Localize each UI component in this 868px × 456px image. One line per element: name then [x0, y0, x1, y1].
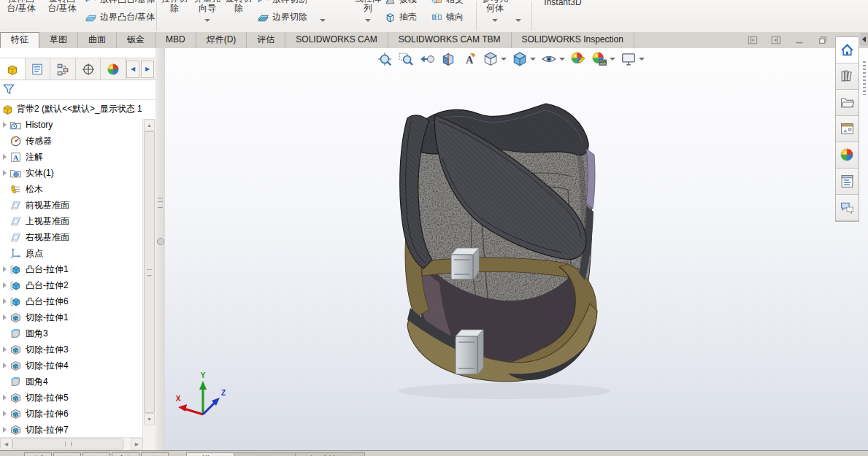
- panel-splitter[interactable]: [155, 48, 166, 450]
- previous-view-button[interactable]: [418, 50, 437, 68]
- tree-item[interactable]: 切除-拉伸5: [0, 390, 143, 406]
- tab-prev-button[interactable]: [53, 452, 81, 456]
- tree-item[interactable]: 前视基准面: [0, 197, 143, 213]
- tab-last-button[interactable]: [112, 452, 139, 456]
- view-orientation-button[interactable]: [481, 50, 508, 68]
- tab-特征[interactable]: 特征: [0, 32, 39, 48]
- dropdown-arrow-icon[interactable]: [501, 58, 507, 61]
- tree-item[interactable]: 切除-拉伸7: [0, 422, 143, 438]
- ribbon-row-button[interactable]: 边界切除: [257, 11, 307, 23]
- tab-SOLIDWORKS CAM[interactable]: SOLIDWORKS CAM: [285, 32, 388, 48]
- harness-3d-model[interactable]: [165, 48, 868, 450]
- tab-评估[interactable]: 评估: [247, 32, 285, 48]
- ribbon-row-button[interactable]: 抽壳: [384, 11, 417, 23]
- feature-tree-filter-bar[interactable]: [0, 79, 155, 100]
- panel-tab-fm-display[interactable]: [101, 58, 126, 80]
- expand-arrow-icon[interactable]: [0, 298, 9, 304]
- tab-list-button[interactable]: [141, 452, 169, 456]
- doc-tab-3D 视图[interactable]: 3D 视图: [234, 452, 296, 456]
- ribbon-button[interactable]: 相交镜向: [429, 0, 475, 32]
- expand-arrow-icon[interactable]: [0, 347, 9, 352]
- pane-right-button[interactable]: [770, 35, 782, 45]
- tab-MBD[interactable]: MBD: [155, 32, 196, 48]
- display-style-button[interactable]: [510, 50, 537, 68]
- splitter-collapse-button[interactable]: [157, 238, 164, 245]
- ribbon-button[interactable]: 拉伸凸台/基体: [1, 0, 41, 32]
- tree-item[interactable]: A注解: [0, 149, 143, 165]
- tree-item[interactable]: 切除-拉伸3: [0, 341, 143, 358]
- tree-item[interactable]: 右视基准面: [0, 229, 143, 245]
- tree-item[interactable]: 凸台-拉伸6: [0, 293, 143, 309]
- ribbon-button[interactable]: Instant3D: [537, 0, 588, 32]
- dropdown-arrow-icon[interactable]: [530, 58, 536, 61]
- doc-tab-模型[interactable]: 模型: [186, 452, 234, 456]
- filter-icon[interactable]: [2, 82, 15, 96]
- dropdown-arrow-icon[interactable]: [515, 19, 521, 22]
- taskpane-tab-design-library[interactable]: [836, 63, 859, 90]
- vertical-scroll-thumb[interactable]: [144, 131, 155, 413]
- zoom-area-button[interactable]: [396, 50, 415, 68]
- ribbon-button[interactable]: 旋转凸台/基体: [42, 0, 82, 32]
- ribbon-row-button[interactable]: 镜向: [431, 11, 464, 23]
- belt-buckle[interactable]: [456, 330, 483, 374]
- tree-horizontal-scrollbar[interactable]: ◀ ▶: [0, 437, 143, 450]
- section-view-button[interactable]: [439, 50, 458, 68]
- pane-left-button[interactable]: [747, 35, 758, 45]
- ribbon-row-button[interactable]: 边界凸台/基体: [85, 11, 155, 23]
- ribbon-button[interactable]: 拔模抽壳: [383, 0, 428, 32]
- tree-item[interactable]: 上视基准面: [0, 213, 143, 229]
- tree-item[interactable]: 切除-拉伸4: [0, 358, 143, 374]
- tree-vertical-scrollbar[interactable]: ▲ ▼: [142, 119, 155, 438]
- panel-tab-fm-config[interactable]: [50, 58, 76, 80]
- taskpane-tab-file-explorer[interactable]: [836, 90, 859, 116]
- ribbon-button[interactable]: 线性阵列: [355, 0, 381, 32]
- annotation-view-button[interactable]: A: [460, 50, 479, 68]
- scroll-right-button[interactable]: ▶: [131, 438, 143, 449]
- scroll-tabs-right-button[interactable]: ▶: [141, 61, 154, 78]
- tab-曲面[interactable]: 曲面: [78, 32, 117, 48]
- dropdown-arrow-icon[interactable]: [559, 58, 565, 61]
- panel-tab-fm-property[interactable]: [26, 58, 51, 80]
- dropdown-arrow-icon[interactable]: [610, 58, 615, 61]
- expand-arrow-icon[interactable]: [0, 395, 9, 401]
- expand-arrow-icon[interactable]: [0, 427, 9, 433]
- dropdown-arrow-icon[interactable]: [320, 19, 326, 22]
- tree-item[interactable]: 圆角4: [0, 374, 143, 390]
- taskpane-tab-appearances[interactable]: [836, 142, 859, 169]
- expand-arrow-icon[interactable]: [0, 154, 9, 160]
- restore-button[interactable]: [817, 35, 829, 45]
- horizontal-scroll-thumb[interactable]: [12, 438, 123, 449]
- expand-arrow-icon[interactable]: [0, 170, 9, 176]
- dropdown-arrow-icon[interactable]: [204, 19, 210, 22]
- scroll-down-button[interactable]: ▼: [144, 413, 155, 425]
- taskpane-grip-icon[interactable]: [863, 61, 866, 95]
- tree-item[interactable]: 传感器: [0, 133, 143, 149]
- panel-tab-fm-tree[interactable]: [0, 58, 26, 80]
- taskpane-tab-comments[interactable]: [836, 195, 859, 221]
- tree-root-item[interactable]: 背带2 (默认<<默认>_显示状态 1: [0, 101, 143, 117]
- tab-钣金[interactable]: 钣金: [117, 32, 155, 48]
- dropdown-arrow-icon[interactable]: [492, 19, 498, 22]
- taskpane-collapse-arrow-icon[interactable]: [860, 33, 868, 46]
- apply-scene-button[interactable]: [590, 50, 617, 68]
- tree-item[interactable]: 实体(1): [0, 165, 143, 181]
- ribbon-row-button[interactable]: 拔模: [384, 0, 417, 6]
- ribbon-button[interactable]: 放样切割边界切除: [256, 0, 318, 32]
- taskpane-tab-view-palette[interactable]: [836, 116, 859, 142]
- chest-buckle[interactable]: [451, 248, 479, 279]
- scroll-tabs-left-button[interactable]: ◀: [126, 61, 139, 78]
- splitter-grip-icon[interactable]: [158, 198, 163, 208]
- tree-item[interactable]: 切除-拉伸6: [0, 406, 143, 422]
- tab-SOLIDWORKS Inspection[interactable]: SOLIDWORKS Inspection: [512, 32, 634, 48]
- ribbon-row-button[interactable]: 放样凸台/基体: [85, 0, 155, 6]
- zoom-fit-button[interactable]: [375, 50, 394, 68]
- dropdown-arrow-icon[interactable]: [639, 58, 645, 61]
- tab-草图[interactable]: 草图: [39, 32, 78, 48]
- tab-SOLIDWORKS CAM TBM[interactable]: SOLIDWORKS CAM TBM: [388, 32, 512, 48]
- tree-item[interactable]: 切除-拉伸1: [0, 309, 143, 325]
- ribbon-button[interactable]: 异型孔向导: [191, 0, 223, 32]
- expand-arrow-icon[interactable]: [0, 411, 9, 417]
- ribbon-row-button[interactable]: 相交: [431, 0, 464, 6]
- tree-item[interactable]: 凸台-拉伸2: [0, 277, 143, 293]
- tree-item[interactable]: 原点: [0, 245, 143, 261]
